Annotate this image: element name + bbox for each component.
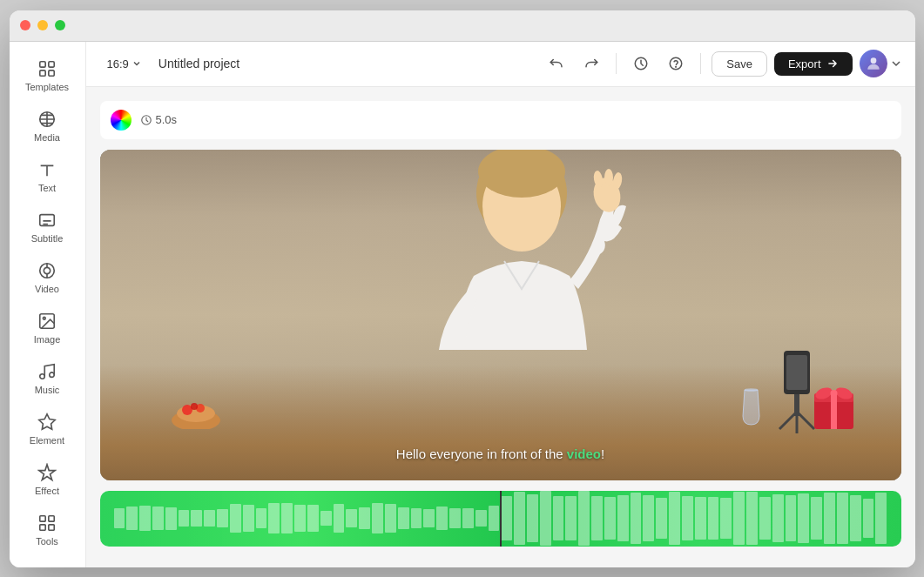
subtitle-highlight: video — [567, 446, 601, 461]
waveform-bar — [501, 496, 512, 540]
waveform-bar — [746, 492, 758, 546]
sidebar-item-effect[interactable]: Effect — [16, 456, 78, 503]
sidebar-label-text: Text — [38, 183, 56, 193]
sidebar-label-media: Media — [34, 132, 60, 143]
sidebar-item-text[interactable]: Text — [16, 153, 78, 200]
playhead[interactable] — [500, 491, 502, 547]
video-preview[interactable]: Hello everyone in front of the video! — [100, 150, 901, 480]
waveform-bar — [786, 495, 797, 541]
waveform-bar — [578, 491, 590, 547]
waveform-bar — [514, 492, 525, 544]
element-icon — [37, 413, 57, 432]
person-svg — [391, 150, 652, 454]
subtitle-text: Hello everyone in front of the — [396, 446, 567, 461]
sidebar: Templates Media Text — [10, 42, 86, 567]
waveform-bar — [165, 507, 177, 530]
svg-point-54 — [744, 388, 758, 392]
waveform-bar — [436, 507, 448, 529]
maximize-button[interactable] — [55, 20, 65, 30]
avatar[interactable] — [860, 50, 887, 77]
waveform-bar — [114, 508, 125, 528]
waveform-bar — [565, 496, 577, 541]
svg-rect-1 — [49, 61, 54, 66]
waveform-bar — [682, 496, 693, 541]
sidebar-label-image: Image — [34, 334, 61, 345]
waveform-bar — [359, 507, 370, 530]
waveform-bar — [204, 510, 215, 527]
undo-button[interactable] — [543, 50, 570, 77]
waveform-bar — [540, 491, 551, 546]
waveform-bar — [863, 499, 874, 538]
close-button[interactable] — [20, 20, 30, 30]
save-button[interactable]: Save — [712, 51, 767, 77]
sidebar-item-music[interactable]: Music — [16, 355, 78, 402]
sidebar-label-video: Video — [35, 284, 59, 294]
svg-rect-0 — [40, 61, 45, 66]
svg-rect-24 — [49, 524, 54, 529]
waveform-bar — [449, 508, 461, 528]
project-title[interactable]: Untitled project — [158, 57, 532, 70]
waveform-bar — [631, 493, 642, 543]
profile-area[interactable] — [860, 50, 901, 77]
sidebar-item-video[interactable]: Video — [16, 254, 78, 301]
waveform-bar — [346, 509, 357, 527]
waveform-bar — [772, 494, 784, 541]
export-arrow-icon — [826, 57, 839, 70]
svg-point-17 — [43, 317, 45, 319]
waveform-bar — [320, 511, 332, 526]
waveform-track[interactable] — [100, 491, 901, 547]
waveform-bar — [733, 492, 745, 546]
canvas-area: 5.0s — [86, 87, 915, 567]
sidebar-item-media[interactable]: Media — [16, 103, 78, 150]
sidebar-item-tools[interactable]: Tools — [16, 507, 78, 554]
sidebar-item-element[interactable]: Element — [16, 406, 78, 453]
waveform-bar — [475, 510, 487, 527]
waveform-bar — [372, 503, 383, 533]
main-content: 16:9 Untitled project — [86, 42, 915, 567]
sidebar-item-subtitle[interactable]: Subtitle — [16, 204, 78, 251]
waveform-bar — [669, 492, 680, 544]
effect-icon — [37, 463, 57, 482]
waveform-bar — [230, 504, 241, 533]
sidebar-item-image[interactable]: Image — [16, 305, 78, 352]
redo-button[interactable] — [577, 50, 605, 77]
gift-box — [810, 381, 858, 437]
svg-point-35 — [604, 169, 613, 186]
waveform-bar — [411, 508, 422, 528]
svg-point-28 — [870, 57, 876, 64]
subtitle-icon — [37, 211, 57, 230]
sidebar-item-templates[interactable]: Templates — [16, 52, 78, 99]
app-window: Templates Media Text — [10, 10, 915, 567]
toolbar-actions: Save Export — [543, 50, 900, 77]
sidebar-label-element: Element — [30, 435, 64, 446]
help-button[interactable] — [662, 50, 690, 77]
waveform-bar — [423, 509, 435, 527]
waveform-bar — [617, 495, 629, 540]
app-body: Templates Media Text — [10, 42, 915, 567]
waveform-bar — [759, 497, 771, 540]
export-button[interactable]: Export — [774, 52, 853, 76]
sidebar-label-templates: Templates — [25, 82, 69, 92]
waveform-bar — [708, 497, 719, 540]
waveform-bar — [256, 508, 267, 528]
glass-svg — [740, 386, 762, 429]
waveform-bar — [152, 507, 164, 530]
food-svg — [170, 394, 239, 429]
video-icon — [37, 261, 57, 280]
clip-row: 5.0s — [100, 101, 901, 139]
waveform-bar — [191, 510, 202, 527]
waveform-bar — [720, 498, 732, 539]
waveform-bar — [811, 497, 822, 540]
svg-rect-22 — [49, 515, 54, 520]
waveform-bar — [824, 493, 835, 545]
clip-duration: 5.0s — [140, 113, 178, 126]
minimize-button[interactable] — [37, 20, 48, 30]
svg-rect-2 — [40, 70, 45, 75]
waveform-bar — [798, 493, 809, 543]
aspect-ratio-selector[interactable]: 16:9 — [100, 54, 148, 74]
waveform-bar — [527, 494, 538, 541]
timer-button[interactable] — [627, 50, 655, 77]
waveform-bar — [695, 497, 706, 540]
toolbar-divider — [616, 53, 617, 74]
waveform-bar — [489, 506, 500, 531]
